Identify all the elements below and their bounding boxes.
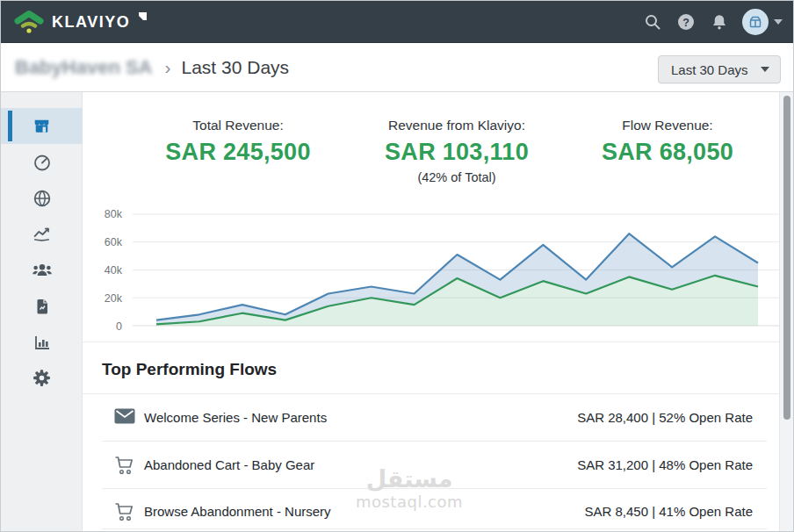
- chevron-down-icon: [761, 67, 769, 72]
- metric-note: (42% of Total): [351, 170, 562, 184]
- avatar: [742, 9, 769, 35]
- flow-stat: SAR 31,200 | 48% Open Rate: [577, 457, 753, 472]
- period-dropdown-label: Last 30 Days: [671, 62, 748, 77]
- wifi-logo-icon: [13, 10, 45, 34]
- search-icon[interactable]: [642, 11, 663, 32]
- sidebar-item-web[interactable]: [1, 180, 83, 216]
- cart-icon: [114, 502, 135, 521]
- gear-icon: [31, 367, 53, 389]
- period-dropdown[interactable]: Last 30 Days: [658, 55, 781, 83]
- flow-stat: SAR 8,450 | 41% Open Rate: [584, 504, 753, 519]
- flow-row-abandoned-cart[interactable]: Abandoned Cart - Baby Gear SAR 31,200 | …: [83, 442, 781, 488]
- brand-flag-icon: [139, 12, 147, 20]
- metric-klaviyo-revenue: Revenue from Klaviyo: SAR 103,110 (42% o…: [351, 118, 562, 184]
- trend-chart-icon: [31, 223, 53, 245]
- brand-name: KLAVIYO: [52, 13, 130, 32]
- people-icon: [31, 259, 54, 282]
- row-divider: [102, 528, 767, 529]
- metric-value: SAR 245,500: [133, 139, 343, 166]
- klaviyo-logo[interactable]: KLAVIYO: [13, 10, 147, 34]
- sidebar-item-settings[interactable]: [1, 360, 83, 396]
- section-divider: [83, 341, 781, 342]
- revenue-area-chart: 020k40k60k80k: [90, 202, 786, 335]
- cart-icon: [114, 456, 135, 475]
- metric-value: SAR 68,050: [562, 139, 773, 166]
- document-icon: [32, 296, 53, 317]
- gauge-icon: [32, 152, 53, 173]
- sidebar-nav: [1, 92, 83, 532]
- globe-icon: [32, 188, 53, 209]
- sidebar-item-reports[interactable]: [1, 288, 83, 324]
- storefront-icon: [31, 115, 53, 137]
- svg-text:40k: 40k: [105, 264, 123, 277]
- breadcrumb-account[interactable]: BabyHaven SA: [15, 56, 153, 79]
- scrollbar-thumb[interactable]: [783, 96, 790, 420]
- svg-text:80k: 80k: [105, 208, 123, 220]
- breadcrumb-separator: ›: [165, 57, 171, 78]
- breadcrumb-bar: BabyHaven SA › Last 30 Days Last 30 Days: [1, 43, 794, 92]
- metric-total-revenue: Total Revenue: SAR 245,500: [133, 118, 343, 166]
- flow-row-welcome-series[interactable]: Welcome Series - New Parents SAR 28,400 …: [83, 394, 781, 441]
- svg-text:0: 0: [116, 320, 122, 333]
- page-title: Last 30 Days: [182, 57, 290, 78]
- flow-name: Welcome Series - New Parents: [144, 410, 327, 425]
- navbar-actions: ?: [642, 9, 783, 35]
- main-content: Total Revenue: SAR 245,500 Revenue from …: [83, 92, 781, 532]
- svg-text:20k: 20k: [105, 292, 123, 305]
- flow-name: Browse Abandonment - Nursery: [144, 504, 331, 519]
- metric-value: SAR 103,110: [351, 139, 562, 166]
- flow-name: Abandoned Cart - Baby Gear: [144, 457, 314, 472]
- svg-text:?: ?: [682, 16, 689, 28]
- bell-icon[interactable]: [709, 11, 730, 32]
- flow-row-browse-abandonment[interactable]: Browse Abandonment - Nursery SAR 8,450 |…: [83, 488, 781, 532]
- account-menu[interactable]: [742, 9, 783, 35]
- metric-label: Flow Revenue:: [562, 118, 773, 133]
- sidebar-item-benchmarks[interactable]: [1, 324, 83, 360]
- sidebar-item-store[interactable]: [1, 108, 83, 144]
- envelope-icon: [114, 408, 135, 424]
- help-icon[interactable]: ?: [675, 11, 697, 32]
- metric-flow-revenue: Flow Revenue: SAR 68,050: [562, 118, 773, 166]
- svg-text:60k: 60k: [105, 236, 123, 248]
- bar-chart-icon: [32, 332, 53, 353]
- metric-label: Revenue from Klaviyo:: [351, 118, 562, 133]
- scrollbar-track[interactable]: [779, 92, 793, 532]
- caret-down-icon: [774, 19, 783, 25]
- flow-stat: SAR 28,400 | 52% Open Rate: [577, 410, 753, 425]
- sidebar-item-analytics[interactable]: [1, 216, 83, 252]
- top-navbar: KLAVIYO ?: [1, 1, 794, 43]
- sidebar-item-dashboard[interactable]: [1, 144, 83, 180]
- sidebar-item-audience[interactable]: [1, 252, 83, 288]
- app-window: KLAVIYO ? BabyHaven SA › Last 30 Days: [0, 0, 794, 532]
- metric-label: Total Revenue:: [133, 118, 343, 133]
- flows-section-title: Top Performing Flows: [102, 360, 277, 379]
